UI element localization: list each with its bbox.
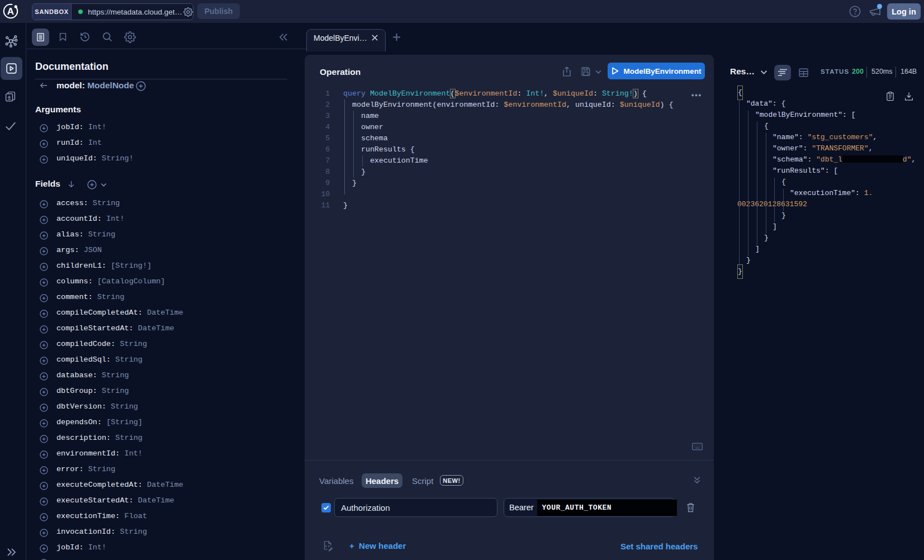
svg-text:A: A: [7, 6, 14, 17]
